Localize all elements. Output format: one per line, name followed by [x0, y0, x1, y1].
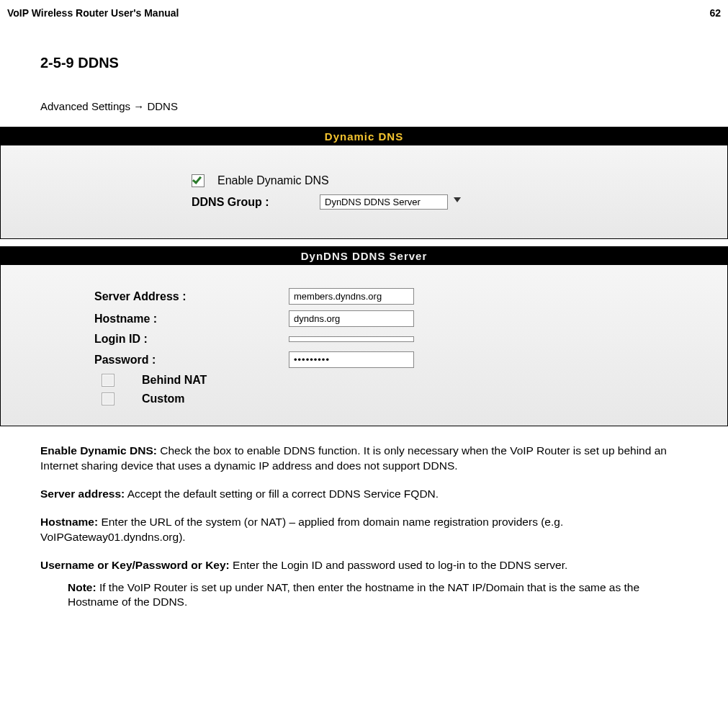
- dyndns-server-panel: DynDNS DDNS Server Server Address : memb…: [0, 246, 728, 426]
- desc-note: Note: If the VoIP Router is set up under…: [68, 580, 688, 611]
- ddns-group-label: DDNS Group :: [192, 196, 320, 209]
- section-title: 2-5-9 DDNS: [40, 55, 728, 71]
- server-address-label: Server Address :: [94, 290, 289, 303]
- desc-username: Username or Key/Password or Key: Enter t…: [40, 558, 688, 573]
- desc-hostname-text: Enter the URL of the system (or NAT) – a…: [40, 516, 563, 543]
- password-input[interactable]: •••••••••: [289, 351, 414, 368]
- enable-ddns-label: Enable Dynamic DNS: [217, 174, 329, 187]
- desc-hostname-bold: Hostname:: [40, 516, 98, 528]
- desc-note-text: If the VoIP Router is set up under NAT, …: [68, 581, 639, 609]
- ddns-group-select[interactable]: DynDNS DDNS Server: [320, 194, 448, 210]
- desc-enable-ddns: Enable Dynamic DNS: Check the box to ena…: [40, 444, 688, 474]
- custom-label: Custom: [142, 392, 185, 405]
- description-text: Enable Dynamic DNS: Check the box to ena…: [40, 444, 688, 610]
- server-address-input[interactable]: members.dyndns.org: [289, 288, 414, 305]
- manual-title: VoIP Wireless Router User's Manual: [7, 7, 179, 19]
- custom-checkbox[interactable]: [102, 392, 114, 405]
- desc-enable-ddns-bold: Enable Dynamic DNS:: [40, 444, 157, 457]
- desc-note-bold: Note:: [68, 581, 96, 593]
- dropdown-arrow-icon: [454, 197, 461, 202]
- behind-nat-checkbox[interactable]: [102, 374, 114, 387]
- desc-server-address-bold: Server address:: [40, 488, 125, 500]
- dynamic-dns-panel-title: Dynamic DNS: [1, 127, 727, 145]
- desc-server-address: Server address: Accept the default setti…: [40, 487, 688, 502]
- password-label: Password :: [94, 354, 289, 367]
- desc-username-text: Enter the Login ID and password used to …: [230, 559, 568, 571]
- desc-server-address-text: Accept the default setting or fill a cor…: [125, 488, 439, 500]
- dynamic-dns-panel: Dynamic DNS Enable Dynamic DNS DDNS Grou…: [0, 127, 728, 239]
- dyndns-server-panel-title: DynDNS DDNS Server: [1, 247, 727, 265]
- page-number: 62: [709, 7, 721, 19]
- hostname-label: Hostname :: [94, 313, 289, 325]
- login-id-input[interactable]: [289, 336, 414, 342]
- desc-hostname: Hostname: Enter the URL of the system (o…: [40, 515, 688, 545]
- login-id-label: Login ID :: [94, 333, 289, 346]
- desc-username-bold: Username or Key/Password or Key:: [40, 559, 230, 571]
- page-header: VoIP Wireless Router User's Manual 62: [0, 7, 728, 19]
- breadcrumb: Advanced Settings → DDNS: [40, 100, 728, 112]
- behind-nat-label: Behind NAT: [142, 374, 207, 387]
- enable-ddns-checkbox[interactable]: [192, 174, 205, 187]
- hostname-input[interactable]: dyndns.org: [289, 310, 414, 327]
